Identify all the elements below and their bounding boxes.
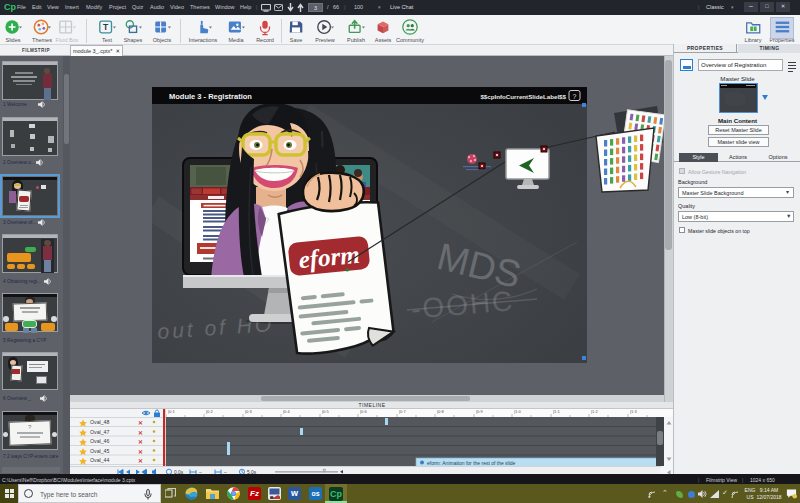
svg-text:|0:2: |0:2	[206, 409, 213, 414]
svg-text:?: ?	[573, 93, 577, 100]
svg-text:Module 3 - Registration: Module 3 - Registration	[169, 92, 252, 101]
svg-text:✕: ✕	[138, 449, 143, 455]
svg-text:|0:8: |0:8	[437, 409, 444, 414]
svg-text:|0:4: |0:4	[283, 409, 290, 414]
svg-text:Oval_45: Oval_45	[90, 448, 109, 454]
svg-text:✕: ✕	[138, 439, 143, 445]
svg-text:Oval_46: Oval_46	[90, 438, 109, 444]
svg-text:Oval_47: Oval_47	[90, 429, 109, 435]
svg-text:|1:1: |1:1	[553, 409, 560, 414]
svg-text:|1:3: |1:3	[630, 409, 637, 414]
svg-text:|1:0: |1:0	[514, 409, 521, 414]
svg-text:T: T	[103, 22, 109, 32]
svg-text:Oval_44: Oval_44	[90, 457, 109, 463]
svg-text:✕: ✕	[138, 430, 143, 436]
svg-text:$$cpInfoCurrentSlideLabel$$: $$cpInfoCurrentSlideLabel$$	[480, 93, 566, 100]
svg-text:✕: ✕	[138, 458, 143, 464]
svg-text:|0:1: |0:1	[168, 409, 175, 414]
svg-text:✕: ✕	[138, 420, 143, 426]
svg-text:|1:2: |1:2	[591, 409, 598, 414]
svg-text:Oval_48: Oval_48	[90, 419, 109, 425]
svg-text:|0:7: |0:7	[399, 409, 406, 414]
svg-text:eform: Animation for the rest: eform: Animation for the rest of the sli…	[427, 460, 516, 466]
svg-text:|0:6: |0:6	[360, 409, 367, 414]
svg-text:|0:5: |0:5	[322, 409, 329, 414]
svg-text:|0:9: |0:9	[476, 409, 483, 414]
svg-text:|0:3: |0:3	[245, 409, 252, 414]
